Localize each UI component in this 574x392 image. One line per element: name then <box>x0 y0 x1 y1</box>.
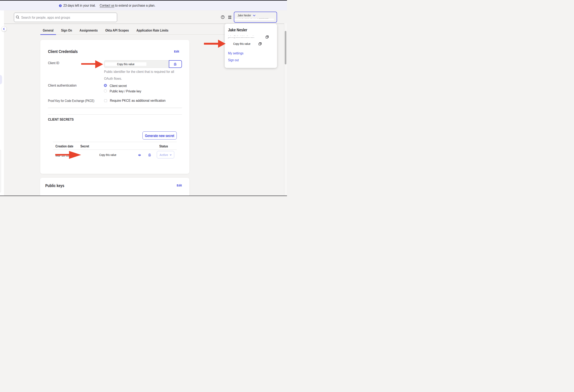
svg-text:?: ? <box>222 16 224 19</box>
